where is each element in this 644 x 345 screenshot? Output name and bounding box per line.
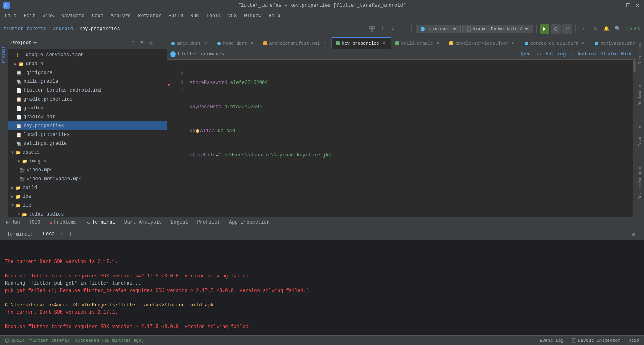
tab-close-home[interactable]: ×: [249, 41, 255, 46]
tab-close-manifest[interactable]: ×: [322, 41, 327, 46]
list-item[interactable]: 📄 flutter_tarefas_android.iml: [8, 86, 167, 95]
run-button[interactable]: [540, 24, 549, 34]
title-bar-controls: — ⧠ ✕: [615, 2, 641, 9]
minimize-button[interactable]: —: [615, 2, 621, 9]
tab-run[interactable]: Run: [2, 217, 24, 228]
list-item[interactable]: ▼ 📂 assets: [8, 148, 167, 157]
power-save-button[interactable]: ⚡: [579, 24, 588, 34]
terminal-content[interactable]: The current Dart SDK version is 2.17.1. …: [0, 240, 644, 335]
tab-main-dart[interactable]: main.dart ×: [167, 37, 213, 49]
menu-navigate[interactable]: Navigate: [58, 12, 88, 20]
tab-todo[interactable]: TODO: [25, 217, 45, 228]
build-status[interactable]: Build 'flutter_tarefas' succeeded (35 mi…: [3, 338, 146, 343]
tab-androidmanifest[interactable]: AndroidManifest.xml ×: [259, 37, 332, 49]
project-icon[interactable]: Project: [0, 39, 8, 71]
list-item[interactable]: ▶ 📁 ios: [8, 192, 167, 201]
device-manager-icon[interactable]: Device Manager: [638, 166, 642, 199]
tab-close-main[interactable]: ×: [203, 41, 208, 46]
bookmarks-icon[interactable]: Bookmarks: [638, 84, 642, 105]
menu-code[interactable]: Code: [89, 12, 107, 20]
panel-dropdown-icon[interactable]: [33, 42, 37, 44]
menu-help[interactable]: Help: [265, 12, 283, 20]
layout-inspector-button[interactable]: Layout Inspector: [570, 338, 622, 343]
list-item[interactable]: 🎬 video_motivacao.mp4: [8, 175, 167, 183]
menu-build[interactable]: Build: [165, 12, 186, 20]
tab-key-properties[interactable]: key.properties ×: [332, 37, 391, 49]
terminal-add-button[interactable]: +: [69, 231, 73, 238]
terminal-tab-close-icon[interactable]: ×: [60, 232, 63, 236]
tab-close-comece[interactable]: ×: [580, 41, 586, 46]
list-item[interactable]: 📋 local.properties: [8, 130, 167, 139]
structure-panel-icon[interactable]: Structure: [638, 43, 642, 64]
list-item-key-properties[interactable]: 📋 key.properties: [8, 121, 167, 130]
panel-settings-icon[interactable]: ⚙: [147, 39, 155, 47]
menu-file[interactable]: File: [2, 12, 20, 20]
terminal-minimize-button[interactable]: —: [638, 231, 641, 238]
event-log-button[interactable]: Event Log: [538, 338, 565, 343]
menu-analyze[interactable]: Analyze: [107, 12, 134, 20]
tab-terminal[interactable]: Terminal: [82, 217, 120, 228]
breadcrumb-project[interactable]: flutter_tarefas: [3, 26, 47, 32]
list-item[interactable]: { } google-services.json: [8, 51, 167, 60]
tab-app-inspection[interactable]: App Inspection: [225, 217, 274, 228]
tab-profiler[interactable]: Profiler: [193, 217, 224, 228]
tab-logcat[interactable]: Logcat: [167, 217, 192, 228]
menu-edit[interactable]: Edit: [21, 12, 39, 20]
list-item[interactable]: 🐘 build.gradle: [8, 77, 167, 86]
settings-gear-button[interactable]: ⚙: [389, 25, 397, 33]
terminal-tab-local[interactable]: Local ×: [39, 230, 67, 238]
list-item[interactable]: 🐘 settings.gradle: [8, 139, 167, 148]
tab-close-google[interactable]: ×: [510, 41, 516, 46]
tab-close-gradle[interactable]: ×: [435, 41, 441, 46]
tab-comece[interactable]: comece_de_dia.dart ×: [520, 37, 590, 49]
hide-link[interactable]: Hide: [621, 51, 633, 57]
sync-button[interactable]: ↕: [378, 25, 386, 33]
list-item[interactable]: ▶ 📁 gradle: [8, 60, 167, 68]
menu-vcs[interactable]: VCS: [225, 12, 240, 20]
project-structure-button[interactable]: [368, 25, 376, 33]
menu-refactor[interactable]: Refactor: [135, 12, 165, 20]
editor-scrollbar[interactable]: [633, 60, 636, 217]
panel-align-icon[interactable]: ≡: [138, 39, 146, 47]
settings-button[interactable]: ⚙: [590, 24, 600, 34]
list-item[interactable]: 🎬 video.mp4: [8, 166, 167, 175]
tab-google-services[interactable]: google-services.json ×: [445, 37, 520, 49]
breadcrumb-file[interactable]: key.properties: [79, 26, 120, 32]
list-item[interactable]: ▶ 📁 build: [8, 183, 167, 192]
terminal-settings-button[interactable]: ⚙: [632, 231, 635, 238]
flutter-commands-button[interactable]: Flutter commands: [170, 51, 224, 57]
list-item[interactable]: 🔲 .gitignore: [8, 68, 167, 77]
menu-view[interactable]: View: [39, 12, 58, 20]
menu-window[interactable]: Window: [241, 12, 264, 20]
tab-dart-analysis[interactable]: Dart Analysis: [120, 217, 166, 228]
list-item[interactable]: ▼ 📂 telas_audios: [8, 210, 167, 217]
debug-button[interactable]: [551, 24, 561, 34]
panel-minimize-icon[interactable]: —: [156, 39, 163, 47]
tab-problems[interactable]: ● Problems: [45, 217, 81, 228]
tab-build-gradle[interactable]: build.gradle ×: [391, 37, 445, 49]
list-item[interactable]: 📋 gradle.properties: [8, 95, 167, 104]
terminal-tab-label[interactable]: Terminal:: [3, 231, 37, 238]
panel-sync-icon[interactable]: ⊞: [130, 39, 137, 47]
search-button[interactable]: 🔍: [613, 24, 622, 34]
close-button[interactable]: ✕: [634, 2, 641, 9]
minimize-panel-button[interactable]: —: [399, 25, 407, 33]
notifications-button[interactable]: 🔔: [601, 24, 611, 34]
list-item[interactable]: ▶ 📁 images: [8, 157, 167, 166]
maximize-button[interactable]: ⧠: [625, 2, 631, 9]
list-item[interactable]: 📄 gradlew.bat: [8, 113, 167, 121]
breadcrumb-android[interactable]: android: [53, 26, 73, 32]
code-content[interactable]: storePassword=alefe22102004 keyPassword=…: [186, 60, 633, 217]
tab-close-keyprops[interactable]: ×: [381, 41, 387, 46]
profile-button[interactable]: [562, 24, 572, 34]
list-item[interactable]: 📄 gradlew: [8, 104, 167, 113]
main-dart-button[interactable]: main.dart: [416, 25, 460, 33]
open-studio-link[interactable]: Open for Editing in Android Studio: [519, 51, 618, 57]
device-button[interactable]: Xiaomi Redmi Note 8: [462, 25, 533, 33]
menu-tools[interactable]: Tools: [203, 12, 224, 20]
tab-home-dart[interactable]: home.dart ×: [213, 37, 259, 49]
favorites-icon[interactable]: Favorites: [638, 125, 642, 146]
menu-run[interactable]: Run: [187, 12, 202, 20]
tab-motivacao[interactable]: motivacao.dart ×: [590, 37, 636, 49]
list-item[interactable]: ▼ 📂 lib: [8, 201, 167, 210]
